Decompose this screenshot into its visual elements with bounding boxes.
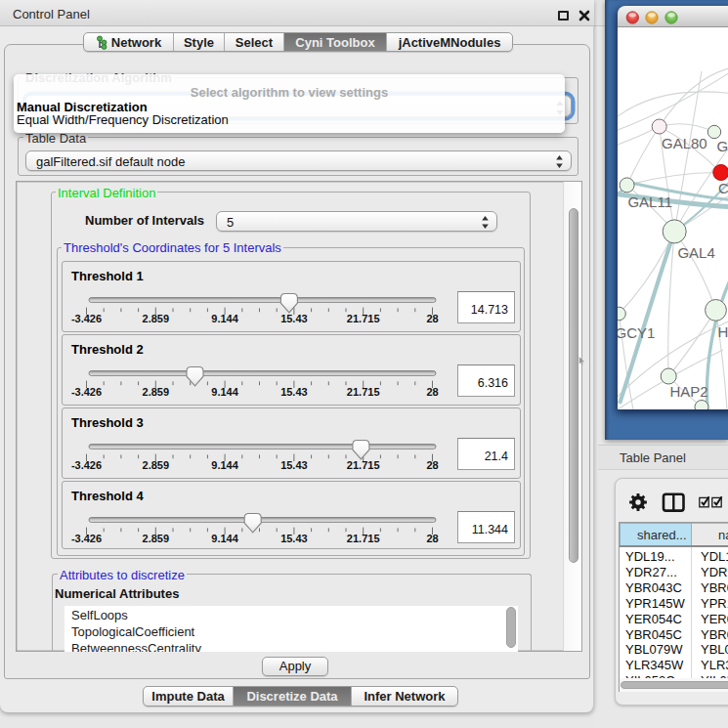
svg-text:15.43: 15.43	[280, 459, 308, 471]
svg-text:2.859: 2.859	[143, 459, 170, 471]
svg-text:21.715: 21.715	[347, 459, 380, 471]
svg-text:9.144: 9.144	[211, 386, 238, 398]
svg-text:GAL11: GAL11	[627, 193, 672, 210]
svg-text:9.144: 9.144	[211, 459, 238, 471]
svg-text:28: 28	[426, 313, 438, 324]
svg-text:GCY1: GCY1	[618, 324, 655, 341]
svg-text:C: C	[718, 180, 728, 196]
svg-text:HAP2: HAP2	[669, 383, 707, 400]
svg-text:21.715: 21.715	[347, 533, 380, 544]
svg-text:GAL80: GAL80	[662, 135, 707, 151]
svg-text:GAL4: GAL4	[677, 244, 714, 261]
svg-text:2.859: 2.859	[143, 533, 170, 544]
svg-text:H: H	[718, 323, 728, 340]
svg-text:GA: GA	[717, 138, 728, 154]
svg-text:15.43: 15.43	[280, 313, 308, 324]
svg-text:28: 28	[426, 386, 438, 398]
svg-text:9.144: 9.144	[211, 313, 238, 324]
svg-text:21.715: 21.715	[347, 313, 380, 324]
svg-text:2.859: 2.859	[143, 386, 170, 398]
svg-text:-3.426: -3.426	[71, 459, 102, 471]
svg-text:28: 28	[426, 459, 438, 471]
svg-text:21.715: 21.715	[347, 386, 380, 398]
svg-text:9.144: 9.144	[211, 533, 238, 544]
svg-text:15.43: 15.43	[280, 386, 308, 398]
svg-text:-3.426: -3.426	[71, 533, 102, 544]
svg-text:-3.426: -3.426	[71, 386, 102, 398]
svg-text:15.43: 15.43	[280, 533, 308, 544]
svg-text:2.859: 2.859	[143, 313, 170, 324]
svg-text:28: 28	[426, 533, 438, 544]
svg-text:-3.426: -3.426	[71, 313, 102, 324]
